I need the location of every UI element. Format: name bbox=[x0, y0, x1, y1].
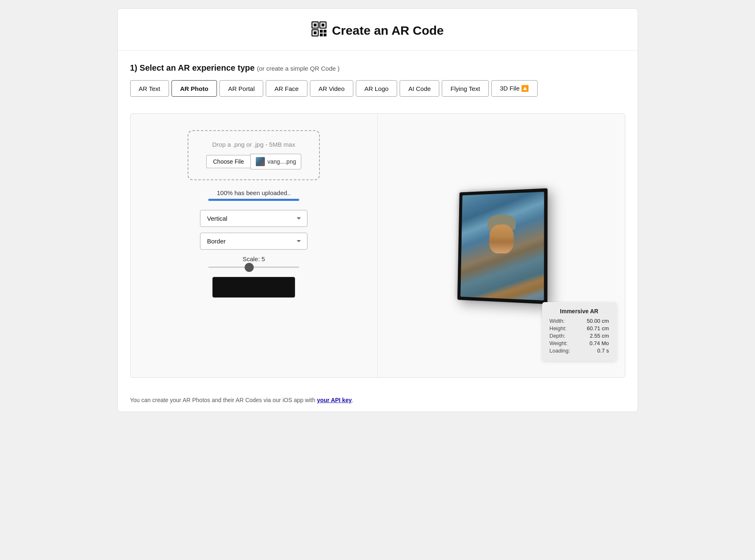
svg-rect-6 bbox=[320, 30, 323, 33]
loading-val: 0.7 s bbox=[597, 348, 609, 354]
depth-val: 2.55 cm bbox=[590, 333, 609, 339]
tab-ar-face[interactable]: AR Face bbox=[266, 80, 307, 97]
painting-frame bbox=[457, 188, 547, 304]
tab-ar-video[interactable]: AR Video bbox=[310, 80, 353, 97]
depth-key: Depth: bbox=[550, 333, 565, 339]
tab-ar-text[interactable]: AR Text bbox=[130, 80, 169, 97]
orientation-select[interactable]: Vertical Horizontal bbox=[200, 210, 307, 227]
tab-ai-code[interactable]: AI Code bbox=[400, 80, 439, 97]
painting-inner bbox=[460, 192, 544, 300]
api-key-link[interactable]: your API key bbox=[317, 397, 352, 403]
svg-rect-8 bbox=[320, 33, 323, 36]
scale-label: Scale: 5 bbox=[243, 255, 265, 262]
drop-zone[interactable]: Drop a .png or .jpg - 5MB max Choose Fil… bbox=[188, 130, 320, 180]
frame-select[interactable]: Border No Border Shadow bbox=[200, 233, 307, 250]
experience-tabs: AR Text AR Photo AR Portal AR Face AR Vi… bbox=[130, 80, 625, 97]
info-row-width: Width: 50.00 cm bbox=[550, 318, 609, 324]
left-panel: Drop a .png or .jpg - 5MB max Choose Fil… bbox=[131, 114, 378, 377]
upload-status: 100% has been uploaded.. bbox=[217, 189, 291, 196]
tab-flying-text[interactable]: Flying Text bbox=[442, 80, 488, 97]
weight-val: 0.74 Mo bbox=[590, 340, 609, 346]
file-input-row: Choose File vang....png bbox=[206, 154, 302, 169]
tab-ar-portal[interactable]: AR Portal bbox=[219, 80, 263, 97]
loading-key: Loading: bbox=[550, 348, 570, 354]
tab-3d-file[interactable]: 3D File 🔼 bbox=[491, 80, 538, 97]
qr-icon bbox=[311, 21, 327, 40]
painting-face bbox=[489, 224, 513, 253]
footer-text: You can create your AR Photos and their … bbox=[130, 397, 317, 403]
weight-key: Weight: bbox=[550, 340, 568, 346]
svg-rect-5 bbox=[314, 31, 317, 34]
choose-file-button[interactable]: Choose File bbox=[206, 155, 251, 168]
drop-zone-label: Drop a .png or .jpg - 5MB max bbox=[212, 141, 295, 148]
right-panel: Immersive AR Width: 50.00 cm Height: 60.… bbox=[378, 114, 625, 377]
page-header: Create an AR Code bbox=[118, 9, 638, 51]
content-area: Drop a .png or .jpg - 5MB max Choose Fil… bbox=[130, 113, 625, 378]
info-card: Immersive AR Width: 50.00 cm Height: 60.… bbox=[542, 302, 617, 361]
color-picker[interactable] bbox=[212, 277, 295, 298]
svg-rect-1 bbox=[314, 24, 317, 26]
footer-text-end: . bbox=[352, 397, 353, 403]
page-title: Create an AR Code bbox=[332, 24, 444, 38]
info-row-loading: Loading: 0.7 s bbox=[550, 348, 609, 354]
progress-bar-container bbox=[208, 199, 299, 201]
svg-rect-7 bbox=[324, 30, 326, 33]
info-row-height: Height: 60.71 cm bbox=[550, 325, 609, 331]
height-key: Height: bbox=[550, 325, 567, 331]
info-card-title: Immersive AR bbox=[550, 308, 609, 315]
svg-rect-3 bbox=[322, 24, 324, 26]
file-thumbnail bbox=[256, 157, 265, 166]
painting-preview bbox=[456, 190, 547, 301]
progress-bar-fill bbox=[208, 199, 299, 201]
scale-slider[interactable] bbox=[208, 267, 299, 268]
file-name-text: vang....png bbox=[267, 158, 296, 165]
file-name-display: vang....png bbox=[250, 154, 301, 169]
height-val: 60.71 cm bbox=[587, 325, 609, 331]
info-row-weight: Weight: 0.74 Mo bbox=[550, 340, 609, 346]
width-key: Width: bbox=[550, 318, 565, 324]
page-container: Create an AR Code 1) Select an AR experi… bbox=[117, 8, 638, 412]
tab-ar-logo[interactable]: AR Logo bbox=[356, 80, 397, 97]
section-heading: 1) Select an AR experience type (or crea… bbox=[130, 63, 625, 73]
tab-ar-photo[interactable]: AR Photo bbox=[171, 80, 217, 97]
width-val: 50.00 cm bbox=[587, 318, 609, 324]
experience-type-section: 1) Select an AR experience type (or crea… bbox=[118, 51, 638, 105]
footer-note: You can create your AR Photos and their … bbox=[118, 390, 638, 412]
svg-rect-9 bbox=[324, 33, 326, 36]
info-row-depth: Depth: 2.55 cm bbox=[550, 333, 609, 339]
